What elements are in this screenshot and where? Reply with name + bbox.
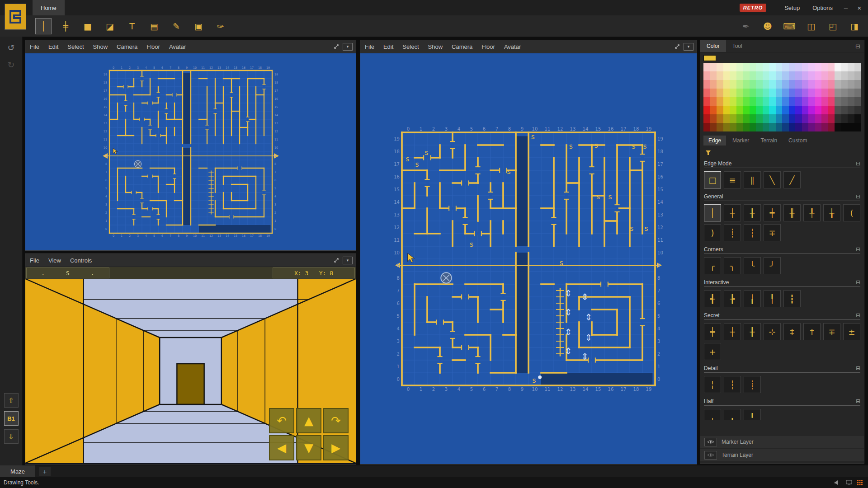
edge-door-up[interactable]: ╀ (803, 204, 821, 221)
edge-fence[interactable]: ┊ (724, 224, 741, 241)
palette-cell[interactable] (717, 71, 723, 80)
palette-cell[interactable] (841, 71, 848, 80)
menu-select[interactable]: Select (398, 40, 423, 53)
palette-cell[interactable] (828, 123, 835, 131)
interactive-door-left[interactable]: ╉ (704, 290, 721, 307)
palette-cell[interactable] (723, 106, 730, 114)
palette-cell[interactable] (703, 71, 710, 80)
menu-floor[interactable]: Floor (142, 40, 165, 53)
edge-mode-double[interactable]: ∥ (744, 171, 761, 188)
menu-file[interactable]: File (360, 40, 379, 53)
palette-cell[interactable] (795, 63, 802, 71)
palette-cell[interactable] (730, 71, 736, 80)
palette-cell[interactable] (795, 89, 802, 97)
menu-edit[interactable]: Edit (379, 40, 398, 53)
strafe-right-button[interactable]: ▶ (323, 435, 349, 460)
palette-cell[interactable] (841, 63, 848, 71)
palette-cell[interactable] (750, 106, 756, 114)
view3d-viewport[interactable]: . S . X: 3 Y: 8 (25, 267, 356, 464)
palette-cell[interactable] (717, 63, 723, 71)
filter-icon[interactable] (705, 149, 864, 155)
palette-cell[interactable] (769, 89, 776, 97)
palette-cell[interactable] (743, 97, 750, 106)
palette-cell[interactable] (703, 123, 710, 131)
palette-cell[interactable] (710, 63, 717, 71)
palette-cell[interactable] (854, 97, 861, 106)
edge-double-door[interactable]: ╪ (764, 204, 781, 221)
palette-cell[interactable] (782, 63, 789, 71)
menu-avatar[interactable]: Avatar (500, 40, 525, 53)
palette-cell[interactable] (763, 71, 769, 80)
palette-cell[interactable] (769, 71, 776, 80)
corner-nw[interactable]: ╭ (704, 257, 721, 274)
detail-ledge[interactable]: ╎ (704, 376, 721, 393)
panel-toggle[interactable]: ◨ (846, 18, 863, 34)
terrain-layer[interactable]: Terrain Layer (700, 449, 864, 461)
palette-cell[interactable] (808, 63, 815, 71)
palette-cell[interactable] (763, 80, 769, 89)
palette-cell[interactable] (815, 114, 822, 123)
palette-cell[interactable] (756, 89, 763, 97)
collapse-icon[interactable]: ⊟ (856, 312, 860, 319)
menu-show[interactable]: Show (89, 40, 113, 53)
audio-icon[interactable] (834, 480, 841, 485)
palette-cell[interactable] (782, 123, 789, 131)
palette-cell[interactable] (782, 89, 789, 97)
menu-camera[interactable]: Camera (447, 40, 477, 53)
palette-cell[interactable] (789, 106, 796, 114)
palette-cell[interactable] (776, 63, 783, 71)
map-canvas-large[interactable]: ssssssssssssssss⇕⇕⇕⇕⇕⇕⇕⇕0019191118182217… (360, 53, 697, 464)
tab-color[interactable]: Color (700, 40, 726, 52)
palette-cell[interactable] (776, 80, 783, 89)
palette-cell[interactable] (743, 80, 750, 89)
palette-cell[interactable] (821, 63, 828, 71)
tab-marker[interactable]: Marker (727, 136, 754, 145)
interactive-lever-up[interactable]: ╿ (764, 290, 781, 307)
edge-gate[interactable]: ╫ (783, 204, 801, 221)
palette-cell[interactable] (703, 114, 710, 123)
palette-cell[interactable] (710, 89, 717, 97)
palette-cell[interactable] (848, 71, 854, 80)
palette-cell[interactable] (835, 106, 841, 114)
palette-cell[interactable] (815, 80, 822, 89)
detail-window[interactable]: ┊ (744, 376, 761, 393)
back-button[interactable]: ▼ (296, 435, 321, 460)
palette-cell[interactable] (854, 63, 861, 71)
palette-cell[interactable] (769, 114, 776, 123)
palette-cell[interactable] (802, 106, 809, 114)
palette-cell[interactable] (808, 89, 815, 97)
palette-cell[interactable] (769, 106, 776, 114)
palette-cell[interactable] (723, 80, 730, 89)
palette-cell[interactable] (795, 114, 802, 123)
secret-door[interactable]: ╪ (704, 323, 721, 340)
palette-cell[interactable] (776, 97, 783, 106)
tab-terrain[interactable]: Terrain (755, 136, 782, 145)
door-tool[interactable]: ╪ (57, 18, 74, 34)
menu-view[interactable]: View (44, 254, 66, 267)
palette-cell[interactable] (763, 106, 769, 114)
palette-cell[interactable] (802, 114, 809, 123)
palette-cell[interactable] (703, 89, 710, 97)
palette-cell[interactable] (750, 80, 756, 89)
palette-cell[interactable] (776, 114, 783, 123)
edge-door-down[interactable]: ╁ (823, 204, 840, 221)
palette-cell[interactable] (763, 89, 769, 97)
palette-cell[interactable] (703, 97, 710, 106)
palette-cell[interactable] (821, 114, 828, 123)
palette-cell[interactable] (841, 89, 848, 97)
menu-show[interactable]: Show (424, 40, 448, 53)
edge-rail[interactable]: ┆ (744, 224, 761, 241)
map-canvas-small[interactable]: 0019191118182217173316164415155514146613… (25, 53, 356, 250)
palette-cell[interactable] (835, 71, 841, 80)
palette-cell[interactable] (802, 97, 809, 106)
palette-cell[interactable] (743, 71, 750, 80)
palette-cell[interactable] (808, 106, 815, 114)
palette-cell[interactable] (736, 71, 743, 80)
add-map-tab-button[interactable]: + (39, 467, 51, 476)
palette-cell[interactable] (835, 63, 841, 71)
palette-cell[interactable] (717, 106, 723, 114)
palette-cell[interactable] (736, 80, 743, 89)
palette-cell[interactable] (815, 106, 822, 114)
palette-cell[interactable] (756, 80, 763, 89)
palette-cell[interactable] (723, 123, 730, 131)
